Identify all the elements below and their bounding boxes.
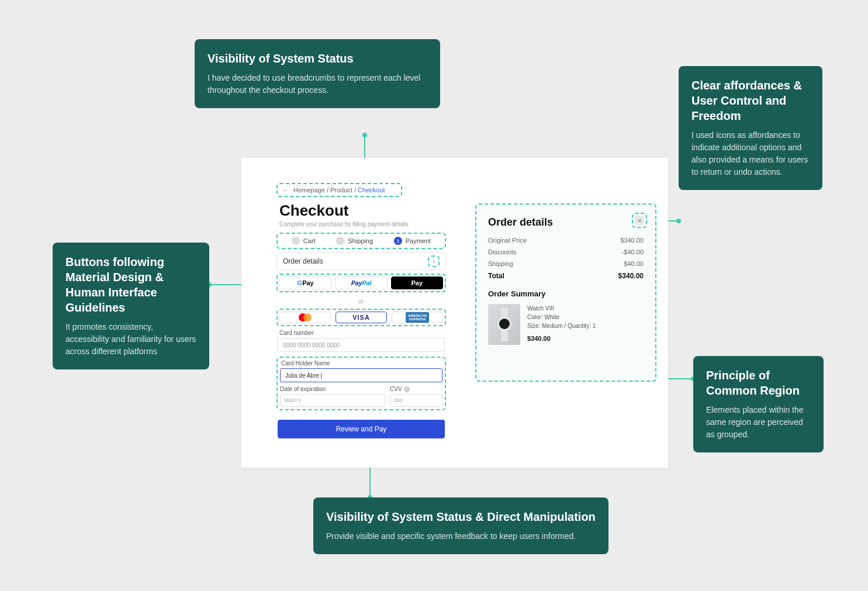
holder-input[interactable]: Julia de Abre | [280,368,442,382]
back-arrow-icon[interactable]: ← [282,186,289,193]
callout-body: It promotes consistency, accessibility a… [65,321,196,358]
callout-title: Buttons following Material Design & Huma… [65,254,196,315]
amex-option[interactable]: AMERICANEXPRESS [392,312,443,323]
step-circle-icon: 3 [394,237,402,245]
step-payment[interactable]: 3 Payment [394,237,431,245]
callout-bottom: Visibility of System Status & Direct Man… [313,497,608,554]
google-pay-button[interactable]: G Pay [279,277,331,289]
step-cart[interactable]: Cart [292,237,316,245]
step-label: Cart [303,237,316,244]
cvv-label: CVVi [390,386,442,392]
checkout-mockup: ← Homepage / Product / Checkout Checkout… [241,158,668,468]
summary-title: Order Summary [488,289,644,298]
callout-title: Visibility of System Status & Direct Man… [326,509,596,524]
price-row: Shipping$40.00 [488,260,644,267]
callout-left: Buttons following Material Design & Huma… [53,243,209,369]
express-pay-buttons: G Pay PayPal Pay [276,274,446,292]
callout-body: Elements placed within the same region a… [706,404,811,441]
step-label: Payment [406,237,431,244]
expiry-input[interactable]: MM/YY [280,394,385,407]
page-subtitle: Complete your purchase by filling paymen… [279,221,409,227]
breadcrumb-item[interactable]: Product [330,186,352,193]
card-number-label: Card number [279,330,313,336]
cvv-input[interactable]: 000 [390,394,442,407]
product-image [488,304,520,345]
price-row-total: Total$340.00 [488,272,644,280]
callout-body: I used icons as affordances to indicate … [691,129,810,178]
mastercard-icon [299,313,312,322]
step-shipping[interactable]: Shipping [336,237,373,245]
breadcrumb-item[interactable]: Homepage [293,186,325,193]
order-details-label: Order details [283,257,323,265]
order-details-toggle[interactable]: Order details › [276,253,446,270]
google-icon: G [298,279,303,286]
callout-right-top: Clear affordances & User Control and Fre… [679,66,822,190]
mastercard-option[interactable] [279,312,331,323]
chevron-right-icon: › [428,255,440,267]
close-panel-button[interactable]: ✕ [632,213,647,228]
review-and-pay-button[interactable]: Review and Pay [278,420,445,438]
apple-pay-button[interactable]: Pay [391,277,443,289]
step-indicator: Cart Shipping 3 Payment [276,233,446,249]
price-row: Original Price$340.00 [488,237,644,244]
step-circle-icon [336,237,344,245]
summary-text: Watch VIII Color: White Size: Medium / Q… [527,304,596,345]
breadcrumb: ← Homepage / Product / Checkout [276,183,402,197]
or-divider: or [358,298,364,305]
breadcrumb-current: Checkout [358,186,385,193]
info-icon[interactable]: i [404,386,410,392]
price-row: Discounts-$40.00 [488,248,644,255]
callout-top: Visibility of System Status I have decid… [195,39,440,108]
step-circle-icon [292,237,300,245]
visa-icon: VISA [352,314,370,321]
close-icon: ✕ [635,216,644,225]
expiry-label: Date of expiration [280,386,385,392]
page-title: Checkout [279,202,348,220]
paypal-icon: PayPal [351,279,371,286]
card-number-input[interactable]: 0000 0000 0000 0000 [278,338,445,352]
callout-title: Principle of Common Region [706,368,811,398]
panel-title: Order details [488,216,644,229]
callout-title: Visibility of System Status [208,51,427,66]
svg-point-0 [362,133,367,137]
callout-body: Provide visible and specific system feed… [326,530,596,542]
holder-and-expiry-group: Card Holder Name Julia de Abre | Date of… [276,357,446,410]
callout-body: I have decided to use breadcrumbs to rep… [208,72,427,96]
paypal-button[interactable]: PayPal [335,277,387,289]
svg-point-7 [676,219,681,223]
callout-right-bottom: Principle of Common Region Elements plac… [693,356,824,452]
card-brand-selector: VISA AMERICANEXPRESS [276,309,446,326]
holder-label: Card Holder Name [281,360,442,367]
step-label: Shipping [348,237,373,244]
visa-option[interactable]: VISA [336,312,387,323]
callout-title: Clear affordances & User Control and Fre… [691,78,810,123]
amex-icon: AMERICANEXPRESS [406,312,429,323]
summary-item: Watch VIII Color: White Size: Medium / Q… [488,304,644,345]
order-details-panel: Order details ✕ Original Price$340.00 Di… [475,203,656,382]
